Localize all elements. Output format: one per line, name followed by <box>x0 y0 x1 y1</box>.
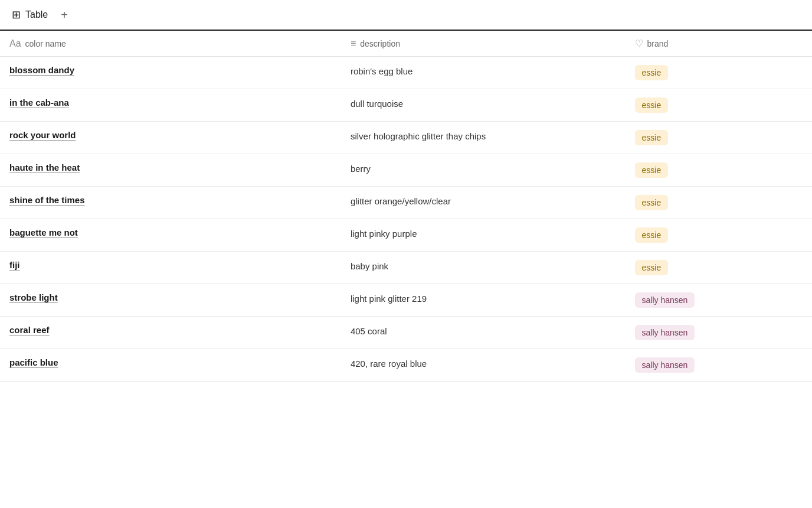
table-row[interactable]: baguette me notlight pinky purpleessie <box>0 219 812 252</box>
cell-color-name: pacific blue <box>0 349 341 382</box>
add-tab-button[interactable]: + <box>57 7 71 23</box>
cell-color-name: shine of the times <box>0 187 341 219</box>
table-container: Aa color name ≡ description ♡ brand <box>0 31 812 382</box>
cell-color-name: haute in the heat <box>0 154 341 187</box>
col-name-label: color name <box>25 39 66 48</box>
cell-description: 405 coral <box>341 317 626 349</box>
table-row[interactable]: pacific blue420, rare royal bluesally ha… <box>0 349 812 382</box>
tab-bar: ⊞ Table + <box>0 0 812 31</box>
table-row[interactable]: coral reef405 coralsally hansen <box>0 317 812 349</box>
col-brand-label: brand <box>647 39 669 48</box>
brand-badge: essie <box>635 97 669 113</box>
cell-brand: essie <box>626 252 813 284</box>
data-table: Aa color name ≡ description ♡ brand <box>0 31 812 382</box>
cell-brand: sally hansen <box>626 349 813 382</box>
cell-brand: sally hansen <box>626 317 813 349</box>
brand-badge: essie <box>635 65 669 80</box>
col-desc-label: description <box>360 39 400 48</box>
column-header-brand[interactable]: ♡ brand <box>626 31 813 57</box>
table-row[interactable]: haute in the heatberryessie <box>0 154 812 187</box>
table-row[interactable]: blossom dandyrobin's egg blueessie <box>0 57 812 89</box>
cell-description: silver holographic glitter thay chips <box>341 122 626 154</box>
heart-icon: ♡ <box>635 38 643 49</box>
cell-description: baby pink <box>341 252 626 284</box>
cell-brand: sally hansen <box>626 284 813 317</box>
cell-color-name: blossom dandy <box>0 57 341 89</box>
brand-badge: essie <box>635 130 669 145</box>
cell-brand: essie <box>626 187 813 219</box>
cell-description: dull turquoise <box>341 89 626 122</box>
table-row[interactable]: fijibaby pinkessie <box>0 252 812 284</box>
cell-brand: essie <box>626 219 813 252</box>
brand-badge: essie <box>635 162 669 178</box>
cell-color-name: coral reef <box>0 317 341 349</box>
brand-badge: sally hansen <box>635 357 695 373</box>
cell-brand: essie <box>626 154 813 187</box>
cell-brand: essie <box>626 89 813 122</box>
column-header-name[interactable]: Aa color name <box>0 31 341 57</box>
tab-label: Table <box>25 9 48 20</box>
brand-badge: sally hansen <box>635 292 695 308</box>
table-icon: ⊞ <box>12 8 21 21</box>
list-icon: ≡ <box>351 38 356 49</box>
cell-color-name: baguette me not <box>0 219 341 252</box>
cell-description: light pinky purple <box>341 219 626 252</box>
brand-badge: essie <box>635 260 669 275</box>
cell-color-name: fiji <box>0 252 341 284</box>
column-header-description[interactable]: ≡ description <box>341 31 626 57</box>
cell-color-name: rock your world <box>0 122 341 154</box>
header-row: Aa color name ≡ description ♡ brand <box>0 31 812 57</box>
brand-badge: essie <box>635 195 669 210</box>
cell-brand: essie <box>626 57 813 89</box>
cell-description: robin's egg blue <box>341 57 626 89</box>
brand-badge: sally hansen <box>635 325 695 340</box>
cell-color-name: in the cab-ana <box>0 89 341 122</box>
cell-description: 420, rare royal blue <box>341 349 626 382</box>
table-row[interactable]: strobe lightlight pink glitter 219sally … <box>0 284 812 317</box>
cell-color-name: strobe light <box>0 284 341 317</box>
brand-badge: essie <box>635 227 669 243</box>
cell-description: glitter orange/yellow/clear <box>341 187 626 219</box>
table-row[interactable]: rock your worldsilver holographic glitte… <box>0 122 812 154</box>
cell-brand: essie <box>626 122 813 154</box>
cell-description: light pink glitter 219 <box>341 284 626 317</box>
table-tab[interactable]: ⊞ Table <box>7 0 53 30</box>
table-row[interactable]: shine of the timesglitter orange/yellow/… <box>0 187 812 219</box>
text-type-icon: Aa <box>9 38 21 49</box>
cell-description: berry <box>341 154 626 187</box>
table-row[interactable]: in the cab-anadull turquoiseessie <box>0 89 812 122</box>
